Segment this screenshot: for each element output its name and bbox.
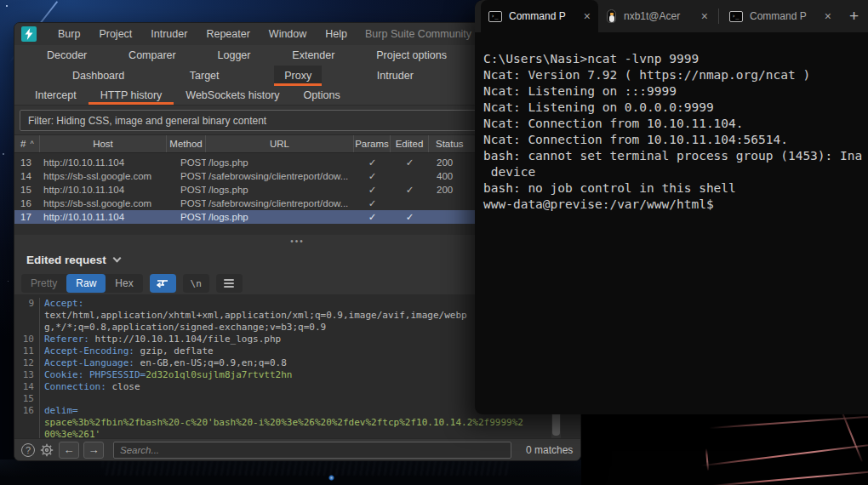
editor-menu-button[interactable]	[216, 274, 243, 293]
subtab-options[interactable]: Options	[292, 86, 352, 105]
terminal-line: bash: no job control in this shell	[483, 180, 868, 197]
search-back-button[interactable]: ←	[59, 442, 79, 459]
params-check: ✓	[354, 169, 391, 183]
terminal-tabbar: ›_ Command P × nxb1t@Acer × ›_ Command P…	[475, 0, 868, 32]
screen: Burp Project Intruder Repeater Window He…	[0, 0, 868, 485]
terminal-line: Ncat: Connection from 10.10.11.104:56514…	[483, 132, 868, 148]
menu-project[interactable]: Project	[89, 28, 141, 40]
tab-target[interactable]: Target	[180, 66, 230, 86]
hex-button[interactable]: Hex	[106, 274, 142, 293]
search-input[interactable]	[113, 442, 511, 459]
view-mode-switch: Pretty Raw Hex	[21, 274, 143, 293]
chevron-down-icon[interactable]	[112, 254, 121, 262]
match-count: 0 matches	[526, 444, 573, 456]
close-tab-icon[interactable]: ×	[701, 9, 708, 23]
wallpaper-star	[3, 153, 4, 155]
terminal-line: Ncat: Connection from 10.10.11.104.	[483, 116, 868, 132]
help-icon[interactable]: ?	[21, 443, 35, 457]
splitter-handle-icon: •••	[290, 237, 305, 246]
col-header-method[interactable]: Method	[167, 135, 206, 152]
body-param-name: delim=	[44, 405, 78, 416]
new-tab-button[interactable]: +	[849, 7, 859, 26]
header-name: Cookie: PHPSESSID=	[44, 369, 146, 380]
header-name: Accept-Encoding:	[44, 345, 134, 357]
terminal-tab-command-prompt-1[interactable]: ›_ Command P ×	[481, 0, 598, 32]
header-value: text/html,application/xhtml+xml,applicat…	[44, 310, 467, 321]
raw-button[interactable]: Raw	[66, 274, 106, 293]
terminal-tab-command-prompt-2[interactable]: ›_ Command P ×	[722, 0, 839, 32]
show-newlines-button[interactable]: \n	[183, 274, 209, 293]
wallpaper-rocks	[581, 414, 868, 485]
payload-text: space%3b%2fbin%2fbash%20-c%20'bash%20-i%…	[44, 417, 523, 428]
edited-request-title[interactable]: Edited request	[26, 254, 106, 266]
terminal-line: device	[483, 164, 868, 180]
header-name: Accept:	[44, 298, 83, 309]
params-check: ✓	[354, 210, 391, 224]
header-name: Connection:	[44, 381, 106, 392]
edited-check: ✓	[391, 156, 429, 169]
params-check: ✓	[354, 197, 391, 210]
header-value: gzip, deflate	[134, 345, 214, 357]
tab-project-options[interactable]: Project options	[366, 45, 457, 66]
edited-check: ✓	[391, 210, 429, 224]
menu-burp[interactable]: Burp	[49, 28, 89, 40]
subtab-intercept[interactable]: Intercept	[23, 86, 89, 105]
col-header-number[interactable]: # ^	[14, 135, 40, 152]
burp-logo-icon	[21, 26, 37, 42]
edited-check	[391, 169, 429, 183]
col-header-url[interactable]: URL	[206, 135, 354, 152]
tab-separator	[718, 9, 719, 24]
terminal-output[interactable]: C:\Users\Nasi>ncat -lvnp 9999 Ncat: Vers…	[475, 32, 868, 213]
header-value: http://10.10.11.104/file_logs.php	[89, 334, 281, 345]
rock-edge	[839, 414, 863, 462]
col-header-host[interactable]: Host	[40, 135, 167, 152]
terminal-line: bash: cannot set terminal process group …	[483, 148, 868, 164]
cmd-icon: ›_	[488, 11, 502, 22]
menu-help[interactable]: Help	[316, 28, 357, 40]
tab-comparer[interactable]: Comparer	[118, 45, 186, 66]
tab-decoder[interactable]: Decoder	[37, 45, 97, 66]
terminal-line: Ncat: Version 7.92 ( https://nmap.org/nc…	[483, 67, 868, 83]
rock-edge	[701, 442, 868, 467]
header-value: en-GB,en-US;q=0.9,en;q=0.8	[134, 357, 287, 368]
subtab-websockets-history[interactable]: WebSockets history	[174, 86, 291, 105]
tab-proxy[interactable]: Proxy	[274, 66, 322, 86]
col-header-params[interactable]: Params	[354, 135, 391, 152]
tux-penguin-icon	[606, 9, 617, 23]
subtab-http-history[interactable]: HTTP history	[89, 86, 174, 105]
wallpaper-star	[8, 281, 9, 282]
hamburger-icon	[224, 279, 234, 288]
wallpaper-grass	[102, 460, 511, 476]
rock-edge	[709, 470, 868, 485]
edited-check	[391, 197, 429, 210]
tab-extender[interactable]: Extender	[282, 45, 345, 66]
tab-logger[interactable]: Logger	[208, 45, 261, 66]
terminal-line: C:\Users\Nasi>ncat -lvnp 9999	[483, 51, 868, 67]
cookie-value: 2d32o1ql0sujlm8ja7rtvtt2hn	[146, 369, 292, 380]
menu-intruder[interactable]: Intruder	[141, 28, 197, 40]
rock-edge	[705, 448, 709, 471]
close-tab-icon[interactable]: ×	[584, 9, 591, 23]
params-check: ✓	[354, 183, 391, 197]
terminal-tab-wsl[interactable]: nxb1t@Acer ×	[598, 0, 716, 32]
header-name: Accept-Language:	[44, 357, 134, 368]
gear-icon[interactable]	[39, 442, 54, 458]
word-wrap-button[interactable]	[150, 274, 176, 293]
wallpaper-blue-star	[328, 475, 334, 481]
menu-window[interactable]: Window	[260, 28, 316, 40]
tab-intruder[interactable]: Intruder	[367, 66, 424, 86]
editor-bottom-bar: ? ← → 0 matches	[14, 438, 580, 460]
tab-dashboard[interactable]: Dashboard	[62, 66, 134, 86]
header-name: Referer:	[44, 334, 89, 345]
menu-repeater[interactable]: Repeater	[197, 28, 259, 40]
wallpaper-star	[6, 5, 8, 7]
terminal-line: Ncat: Listening on 0.0.0.0:9999	[483, 100, 868, 116]
close-tab-icon[interactable]: ×	[825, 9, 831, 23]
pretty-button[interactable]: Pretty	[21, 274, 66, 293]
word-wrap-icon	[157, 279, 168, 288]
terminal-line: Ncat: Listening on :::9999	[483, 83, 868, 100]
col-header-edited[interactable]: Edited	[391, 135, 429, 152]
terminal-prompt-line: www-data@previse:/var/www/html$	[483, 197, 868, 213]
search-forward-button[interactable]: →	[83, 442, 104, 459]
terminal-window: ›_ Command P × nxb1t@Acer × ›_ Command P…	[475, 0, 868, 414]
